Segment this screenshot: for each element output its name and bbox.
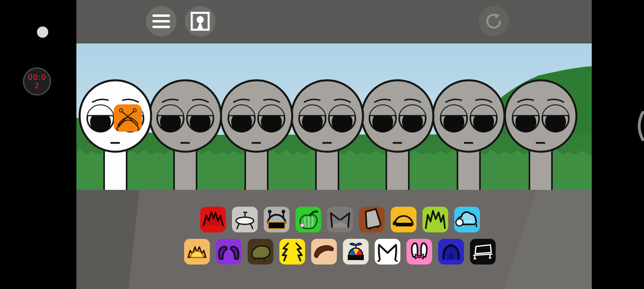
item-green-pepper-hat[interactable] [295, 207, 321, 232]
timer-line2: 2 [34, 81, 39, 90]
character-select-button[interactable] [185, 6, 215, 37]
silver-saucer-icon [232, 207, 258, 232]
scene [76, 43, 592, 190]
menu-button[interactable] [146, 6, 176, 37]
white-cat-ears-icon [375, 239, 400, 265]
stage-floor [76, 190, 592, 289]
top-bar [76, 0, 592, 43]
gray-cat-ears-icon [327, 207, 353, 232]
item-row-2 [184, 239, 496, 265]
item-bunny-ears[interactable] [406, 239, 432, 265]
reset-button[interactable] [478, 6, 509, 37]
lightning-horns-icon [279, 239, 305, 265]
item-lightning-horns[interactable] [279, 239, 305, 265]
item-navy-hood[interactable] [438, 239, 464, 265]
brown-tilted-cap-icon [359, 207, 385, 232]
green-pepper-icon [295, 207, 321, 232]
item-cyan-rain-cloud[interactable] [454, 207, 480, 232]
red-spiky-crown-icon [200, 207, 226, 232]
item-antenna-visor[interactable] [264, 207, 289, 232]
recorder-dot-icon [37, 26, 48, 38]
brown-side-hair-icon [311, 239, 337, 265]
item-brown-tilted-cap[interactable] [359, 207, 385, 232]
item-white-cat-ears[interactable] [375, 239, 400, 265]
item-silver-saucer-hat[interactable] [232, 207, 258, 232]
black-bench-icon [470, 239, 496, 265]
navy-hood-icon [438, 239, 464, 265]
item-lime-spiky-grass[interactable] [422, 207, 448, 232]
reset-icon [484, 12, 503, 31]
edge-gesture-arc [632, 111, 644, 141]
lime-spiky-grass-icon [422, 207, 448, 232]
cyan-rain-cloud-icon [454, 207, 480, 232]
portrait-frame-icon [190, 11, 210, 31]
item-black-bench[interactable] [470, 239, 496, 265]
item-moss-wig[interactable] [248, 239, 273, 265]
item-propeller-cap[interactable] [343, 239, 369, 265]
orange-drum-badge[interactable] [114, 104, 142, 132]
timer-line1: 00:0 [28, 73, 47, 81]
item-brown-side-hair[interactable] [311, 239, 337, 265]
item-row-1 [200, 207, 480, 232]
moss-wig-icon [248, 239, 273, 265]
bunny-ears-icon [406, 239, 432, 265]
purple-horns-icon [216, 239, 242, 265]
antenna-visor-icon [264, 207, 289, 232]
propeller-cap-icon [343, 239, 369, 265]
sun-crown-icon [184, 239, 210, 265]
screen: 00:0 2 [0, 0, 644, 289]
amber-sleeper-icon [391, 207, 416, 232]
hamburger-menu-icon [152, 14, 170, 28]
game-viewport [76, 0, 592, 289]
recording-timer: 00:0 2 [23, 67, 51, 96]
item-red-spiky-crown[interactable] [200, 207, 226, 232]
item-gray-cat-ears[interactable] [327, 207, 353, 232]
item-purple-horns[interactable] [216, 239, 242, 265]
item-sun-crown[interactable] [184, 239, 210, 265]
item-amber-sleeper[interactable] [391, 207, 416, 232]
